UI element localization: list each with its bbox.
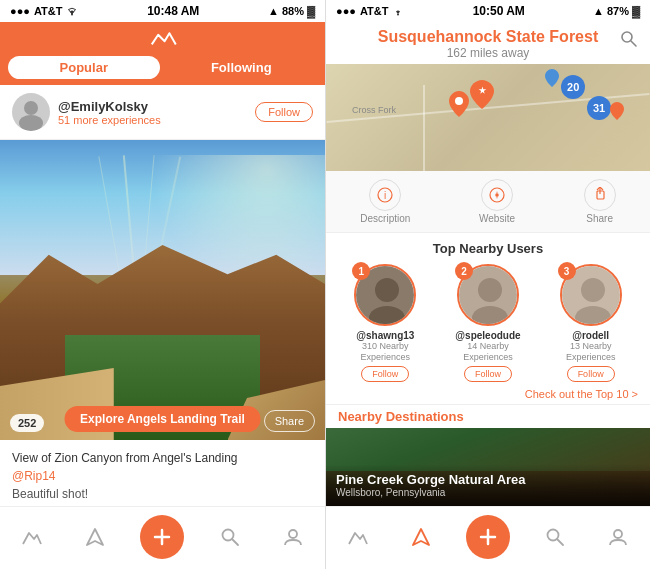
rank-badge-3: 3: [558, 262, 576, 280]
map-pin-orange: [449, 91, 469, 117]
share-icon: [584, 179, 616, 211]
follow-user-1-button[interactable]: Follow: [361, 366, 409, 382]
search-icon-right[interactable]: [620, 30, 638, 48]
explore-button[interactable]: Explore Angels Landing Trail: [64, 406, 261, 432]
caption-area: View of Zion Canyon from Angel's Landing…: [0, 440, 325, 506]
location-header: Susquehannock State Forest 162 miles awa…: [326, 22, 650, 64]
bottom-nav-left: [0, 506, 325, 569]
follow-user-3-button[interactable]: Follow: [567, 366, 615, 382]
compass-icon: [481, 179, 513, 211]
signal-dots-right: ●●●: [336, 5, 356, 17]
svg-point-8: [289, 530, 297, 538]
tab-following[interactable]: Following: [166, 56, 318, 79]
main-image: 252 Explore Angels Landing Trail Share: [0, 140, 325, 440]
nav-profile-button-right[interactable]: [600, 519, 636, 555]
description-label: Description: [360, 213, 410, 224]
photo-count-badge: 252: [10, 414, 44, 432]
svg-line-11: [631, 41, 636, 46]
top-user-2-avatar-wrap: 2: [457, 264, 519, 326]
top-users-title: Top Nearby Users: [326, 233, 650, 260]
status-left-right: ●●● AT&T: [336, 5, 404, 17]
status-right-right: ▲ 87% ▓: [593, 5, 640, 17]
action-website[interactable]: Website: [479, 179, 515, 224]
status-bar-left: ●●● AT&T 10:48 AM ▲ 88% ▓: [0, 0, 325, 22]
map-area[interactable]: Cross Fork 20 31: [326, 64, 650, 171]
tab-bar: Popular Following: [0, 52, 325, 85]
share-button[interactable]: Share: [264, 410, 315, 432]
battery-icon-left: ▓: [307, 5, 315, 17]
svg-point-27: [581, 278, 605, 302]
nearby-card[interactable]: Pine Creek Gorge Natural Area Wellsboro,…: [326, 428, 650, 506]
follow-button[interactable]: Follow: [255, 102, 313, 122]
top10-link[interactable]: Check out the Top 10 >: [326, 386, 650, 404]
location-icon-left: ▲: [268, 5, 279, 17]
nearby-destinations-title: Nearby Destinations: [326, 404, 650, 428]
svg-line-33: [557, 539, 563, 545]
action-description[interactable]: i Description: [360, 179, 410, 224]
svg-point-34: [614, 530, 622, 538]
top-user-2: 2 @speleodude 14 Nearby Experiences Foll…: [444, 264, 532, 382]
nav-add-button[interactable]: [140, 515, 184, 559]
battery-left: 88%: [282, 5, 304, 17]
location-title: Susquehannock State Forest: [338, 28, 638, 46]
signal-dots: ●●●: [10, 5, 30, 17]
wifi-icon: [66, 6, 78, 16]
right-panel: ●●● AT&T 10:50 AM ▲ 87% ▓ Susquehannock …: [325, 0, 650, 569]
action-row: i Description Website Share: [326, 171, 650, 233]
top-user-3: 3 @rodell 13 Nearby Experiences Follow: [547, 264, 635, 382]
carrier-right: AT&T: [360, 5, 389, 17]
wifi-icon-right: [392, 6, 404, 16]
tab-popular[interactable]: Popular: [8, 56, 160, 79]
top-user-3-handle: @rodell: [572, 330, 609, 341]
nearby-card-location: Wellsboro, Pennsylvania: [336, 487, 640, 498]
caption-user[interactable]: @Rip14: [12, 469, 56, 483]
avatar: [12, 93, 50, 131]
status-bar-right: ●●● AT&T 10:50 AM ▲ 87% ▓: [326, 0, 650, 22]
user-info: @EmilyKolsky 51 more experiences: [58, 99, 255, 126]
status-left: ●●● AT&T: [10, 5, 78, 17]
map-pin-star: [469, 80, 495, 112]
svg-point-12: [455, 97, 463, 105]
svg-marker-29: [413, 529, 429, 545]
svg-point-24: [478, 278, 502, 302]
svg-point-17: [496, 194, 499, 197]
map-pin-blue: [545, 69, 559, 87]
bottom-nav-right: [326, 506, 650, 569]
nav-search-button-right[interactable]: [537, 519, 573, 555]
caption-text: Beautiful shot!: [12, 487, 88, 501]
nav-mountain-button-right[interactable]: [340, 519, 376, 555]
svg-point-1: [24, 101, 38, 115]
nearby-overlay: Pine Creek Gorge Natural Area Wellsboro,…: [326, 464, 650, 506]
nav-profile-button[interactable]: [275, 519, 311, 555]
top-user-1-avatar-wrap: 1: [354, 264, 416, 326]
time-left: 10:48 AM: [147, 4, 199, 18]
carrier-left: AT&T: [34, 5, 63, 17]
battery-right: 87%: [607, 5, 629, 17]
top-user-1: 1 @shawng13 310 Nearby Experiences Follo…: [341, 264, 429, 382]
nav-navigation-button[interactable]: [77, 519, 113, 555]
nav-add-button-right[interactable]: [466, 515, 510, 559]
action-share[interactable]: Share: [584, 179, 616, 224]
nav-mountain-button[interactable]: [14, 519, 50, 555]
map-place-label: Cross Fork: [352, 105, 396, 115]
top-user-1-handle: @shawng13: [356, 330, 414, 341]
caption-title: View of Zion Canyon from Angel's Landing: [12, 451, 238, 465]
battery-icon-right: ▓: [632, 5, 640, 17]
map-badge-20: 20: [561, 75, 585, 99]
info-icon: i: [369, 179, 401, 211]
map-pin-small: [610, 102, 624, 120]
user-row: @EmilyKolsky 51 more experiences Follow: [0, 85, 325, 140]
top-user-2-handle: @speleodude: [455, 330, 520, 341]
website-label: Website: [479, 213, 515, 224]
share-label: Share: [586, 213, 613, 224]
nav-search-button[interactable]: [212, 519, 248, 555]
follow-user-2-button[interactable]: Follow: [464, 366, 512, 382]
top-users-row: 1 @shawng13 310 Nearby Experiences Follo…: [326, 260, 650, 386]
time-right: 10:50 AM: [473, 4, 525, 18]
logo-area: [0, 22, 325, 52]
svg-point-0: [71, 14, 73, 16]
top-user-1-exp: 310 Nearby Experiences: [341, 341, 429, 363]
nav-navigation-button-right[interactable]: [403, 519, 439, 555]
svg-point-21: [375, 278, 399, 302]
top-user-2-exp: 14 Nearby Experiences: [444, 341, 532, 363]
